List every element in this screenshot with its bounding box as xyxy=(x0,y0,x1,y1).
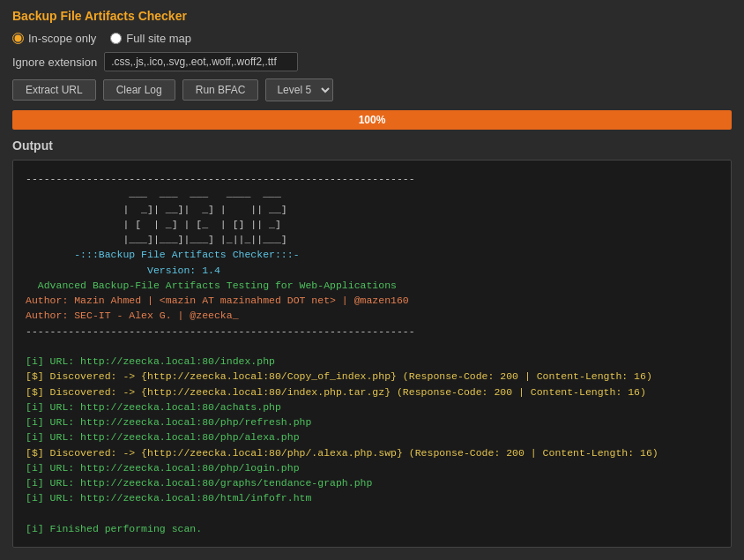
ignore-extension-row: Ignore extension xyxy=(12,52,732,71)
banner-version: Version: 1.4 xyxy=(26,265,220,276)
toolbar: Extract URL Clear Log Run BFAC Level 1 L… xyxy=(12,78,732,101)
ignore-extension-label: Ignore extension xyxy=(12,56,97,69)
log-line-1: [$] Discovered: -> {http://zeecka.local:… xyxy=(26,370,652,382)
run-bfac-button[interactable]: Run BFAC xyxy=(182,79,259,101)
separator-top: ----------------------------------------… xyxy=(26,173,415,184)
banner-author1: Author: Mazin Ahmed | <mazin AT mazinahm… xyxy=(26,295,409,306)
in-scope-label: In-scope only xyxy=(28,32,96,45)
scope-options: In-scope only Full site map xyxy=(12,32,732,45)
log-line-7: [i] URL: http://zeecka.local:80/php/logi… xyxy=(26,462,300,474)
progress-bar: 100% xyxy=(12,110,732,130)
extract-url-button[interactable]: Extract URL xyxy=(12,79,96,101)
log-line-0: [i] URL: http://zeecka.local:80/index.ph… xyxy=(26,355,275,367)
banner-title: -:::Backup File Artifacts Checker:::- xyxy=(26,249,300,260)
output-box: ----------------------------------------… xyxy=(12,160,732,548)
progress-label: 100% xyxy=(12,110,732,130)
output-label: Output xyxy=(12,138,732,153)
banner-author2: Author: SEC-IT - Alex G. | @zeecka_ xyxy=(26,310,239,321)
log-line-3: [i] URL: http://zeecka.local:80/achats.p… xyxy=(26,401,281,413)
in-scope-radio[interactable]: In-scope only xyxy=(12,32,96,45)
log-line-4: [i] URL: http://zeecka.local:80/php/refr… xyxy=(26,416,311,428)
app-title: Backup File Artifacts Checker xyxy=(12,9,732,23)
full-site-radio[interactable]: Full site map xyxy=(110,32,191,45)
level-select[interactable]: Level 1 Level 2 Level 3 Level 4 Level 5 xyxy=(265,78,333,101)
clear-log-button[interactable]: Clear Log xyxy=(103,79,175,101)
full-site-label: Full site map xyxy=(126,32,191,45)
log-line-2: [$] Discovered: -> {http://zeecka.local:… xyxy=(26,386,646,398)
ignore-extension-input[interactable] xyxy=(104,52,298,71)
log-line-6: [$] Discovered: -> {http://zeecka.local:… xyxy=(26,447,658,459)
separator-bottom: ----------------------------------------… xyxy=(26,325,415,337)
log-line-8: [i] URL: http://zeecka.local:80/graphs/t… xyxy=(26,477,372,489)
log-line-finished: [i] Finished performing scan. xyxy=(26,523,202,534)
log-line-5: [i] URL: http://zeecka.local:80/php/alex… xyxy=(26,431,300,443)
banner-subtitle: Advanced Backup-File Artifacts Testing f… xyxy=(26,280,397,291)
ascii-art: ___ ___ ___ ____ ___ | _]| __]| _] | || … xyxy=(26,188,287,245)
log-line-9: [i] URL: http://zeecka.local:80/html/inf… xyxy=(26,492,311,504)
